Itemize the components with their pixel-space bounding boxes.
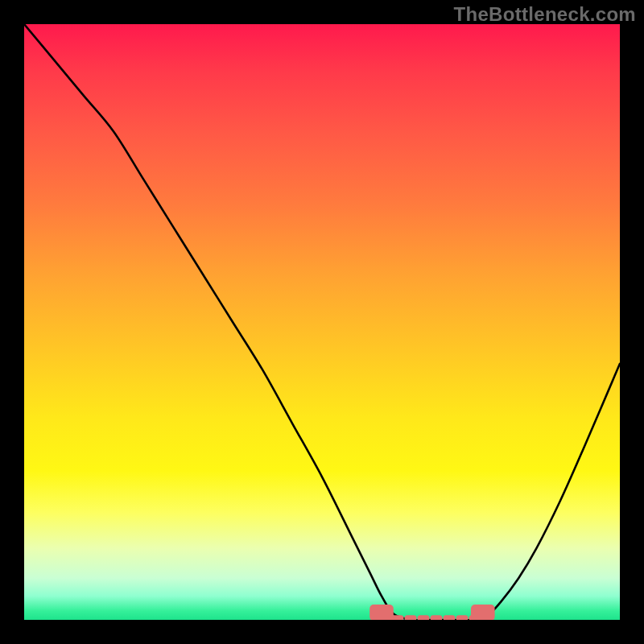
marker-right [471,605,495,620]
curve-layer [24,24,620,620]
bottleneck-curve [24,24,620,620]
chart-container: TheBottleneck.com [0,0,644,644]
marker-left [369,605,394,620]
plot-area [24,24,620,620]
watermark-text: TheBottleneck.com [454,3,636,26]
